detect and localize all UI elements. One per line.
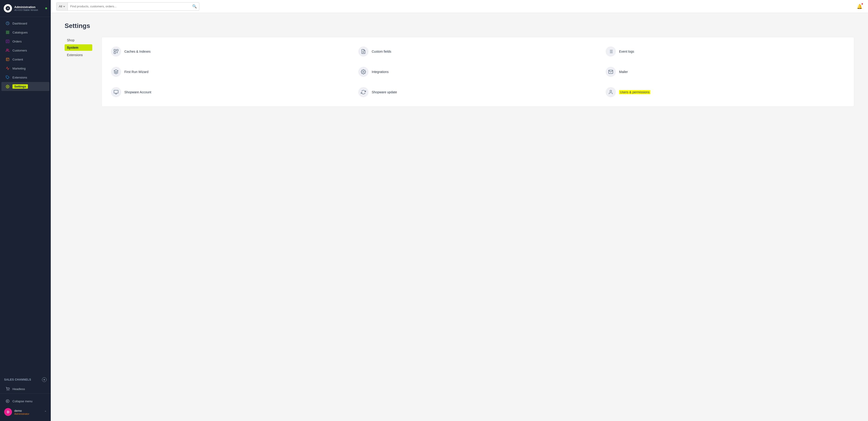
settings-item-first-run-wizard[interactable]: First Run Wizard <box>109 65 352 79</box>
svg-point-10 <box>6 49 8 50</box>
event-logs-label: Event logs <box>619 50 634 53</box>
sidebar-item-label: Headless <box>12 387 25 391</box>
settings-nav: Shop System Extensions <box>65 37 92 107</box>
mailer-label: Mailer <box>619 70 628 74</box>
sidebar-item-headless[interactable]: Headless <box>1 385 50 393</box>
sidebar-bottom: Collapse menu D demo Administrator ⌃ <box>0 394 51 421</box>
sidebar-item-label: Marketing <box>12 67 26 70</box>
user-info: demo Administrator <box>14 409 29 415</box>
main-wrapper: All 🔍 🔔 Settings Shop System Extensions <box>51 0 868 421</box>
settings-grid: Caches & Indexes Custom fields <box>109 45 846 99</box>
topbar: All 🔍 🔔 <box>51 0 868 13</box>
integrations-icon <box>358 67 369 77</box>
sidebar-item-label: Customers <box>12 49 27 52</box>
chevron-down-icon <box>63 5 65 8</box>
chevron-up-icon: ⌃ <box>44 411 46 414</box>
dashboard-icon <box>5 21 10 25</box>
content-icon <box>5 57 10 61</box>
svg-rect-4 <box>8 31 9 32</box>
svg-rect-5 <box>6 33 7 34</box>
svg-rect-22 <box>114 52 116 54</box>
sidebar-item-label: Settings <box>12 84 28 89</box>
mailer-icon <box>606 67 616 77</box>
search-button[interactable]: 🔍 <box>190 4 199 8</box>
notifications-button[interactable]: 🔔 <box>857 4 863 9</box>
sidebar-item-settings[interactable]: Settings <box>1 82 50 91</box>
integrations-label: Integrations <box>372 70 389 74</box>
svg-point-35 <box>610 90 612 92</box>
user-role: Administrator <box>14 413 29 415</box>
svg-rect-3 <box>6 31 7 32</box>
caches-label: Caches & Indexes <box>124 50 151 53</box>
svg-rect-11 <box>6 58 9 61</box>
customers-icon <box>5 48 10 52</box>
settings-item-users-permissions[interactable]: Users & permissions <box>604 85 846 99</box>
sidebar-item-orders[interactable]: Orders <box>1 37 50 46</box>
settings-item-event-logs[interactable]: Event logs <box>604 45 846 58</box>
sidebar-item-marketing[interactable]: Marketing <box>1 64 50 73</box>
settings-nav-shop[interactable]: Shop <box>65 37 92 44</box>
svg-rect-6 <box>8 33 9 34</box>
settings-item-shopware-update[interactable]: Shopware update <box>356 85 599 99</box>
settings-layout: Shop System Extensions Caches & Indexes <box>65 37 854 107</box>
sidebar-item-content[interactable]: Content <box>1 55 50 64</box>
svg-rect-21 <box>117 50 118 51</box>
catalogues-icon <box>5 30 10 34</box>
settings-icon <box>5 85 10 89</box>
sidebar-item-customers[interactable]: Customers <box>1 46 50 55</box>
sidebar-item-label: Dashboard <box>12 22 27 25</box>
search-input[interactable] <box>68 5 190 8</box>
settings-item-shopware-account[interactable]: Shopware Account <box>109 85 352 99</box>
sidebar-item-extensions[interactable]: Extensions <box>1 73 50 82</box>
users-permissions-label: Users & permissions <box>619 90 650 94</box>
svg-point-17 <box>9 390 9 390</box>
search-container: All 🔍 <box>56 2 199 10</box>
user-profile[interactable]: D demo Administrator ⌃ <box>0 406 51 418</box>
settings-nav-system[interactable]: System <box>65 44 92 51</box>
search-filter-dropdown[interactable]: All <box>57 3 68 10</box>
svg-rect-20 <box>114 50 116 51</box>
add-sales-channel-button[interactable]: + <box>42 377 46 382</box>
svg-point-15 <box>7 86 8 87</box>
first-run-wizard-label: First Run Wizard <box>124 70 148 74</box>
search-filter-label: All <box>59 5 62 8</box>
sidebar-item-label: Content <box>12 58 23 61</box>
extensions-icon <box>5 75 10 79</box>
sidebar-item-catalogues[interactable]: Catalogues <box>1 28 50 37</box>
sidebar: G Administration v6.4.8.0 Stable Version… <box>0 0 51 421</box>
shopware-update-label: Shopware update <box>372 90 397 94</box>
sidebar-item-dashboard[interactable]: Dashboard <box>1 19 50 28</box>
notification-badge <box>861 3 863 5</box>
settings-item-mailer[interactable]: Mailer <box>604 65 846 79</box>
settings-item-caches-indexes[interactable]: Caches & Indexes <box>109 45 352 58</box>
app-title: Administration v6.4.8.0 Stable Version <box>14 5 38 11</box>
svg-point-31 <box>363 71 364 73</box>
svg-rect-7 <box>6 40 9 43</box>
shopware-account-label: Shopware Account <box>124 90 151 94</box>
collapse-menu-button[interactable]: Collapse menu <box>1 397 50 405</box>
settings-nav-extensions[interactable]: Extensions <box>65 52 92 58</box>
shopware-update-icon <box>358 87 369 97</box>
event-logs-icon <box>606 47 616 57</box>
caches-icon <box>111 47 121 57</box>
svg-rect-32 <box>114 90 118 93</box>
user-name: demo <box>14 409 29 413</box>
shopware-account-icon <box>111 87 121 97</box>
sidebar-item-label: Orders <box>12 40 22 43</box>
settings-item-custom-fields[interactable]: Custom fields <box>356 45 599 58</box>
marketing-icon <box>5 66 10 71</box>
svg-text:G: G <box>6 7 8 10</box>
nav-items: Dashboard Catalogues Orders <box>0 17 51 373</box>
page-content: Settings Shop System Extensions <box>51 13 868 421</box>
sales-channels-section: Sales Channels + <box>0 375 51 384</box>
status-indicator <box>45 7 47 9</box>
sidebar-item-label: Extensions <box>12 76 27 79</box>
page-title: Settings <box>65 22 854 30</box>
custom-fields-label: Custom fields <box>372 50 391 53</box>
sidebar-item-label: Catalogues <box>12 31 28 34</box>
collapse-label: Collapse menu <box>12 399 33 403</box>
topbar-right: 🔔 <box>857 4 863 9</box>
sidebar-header: G Administration v6.4.8.0 Stable Version <box>0 0 51 17</box>
settings-item-integrations[interactable]: Integrations <box>356 65 599 79</box>
users-permissions-icon <box>606 87 616 97</box>
